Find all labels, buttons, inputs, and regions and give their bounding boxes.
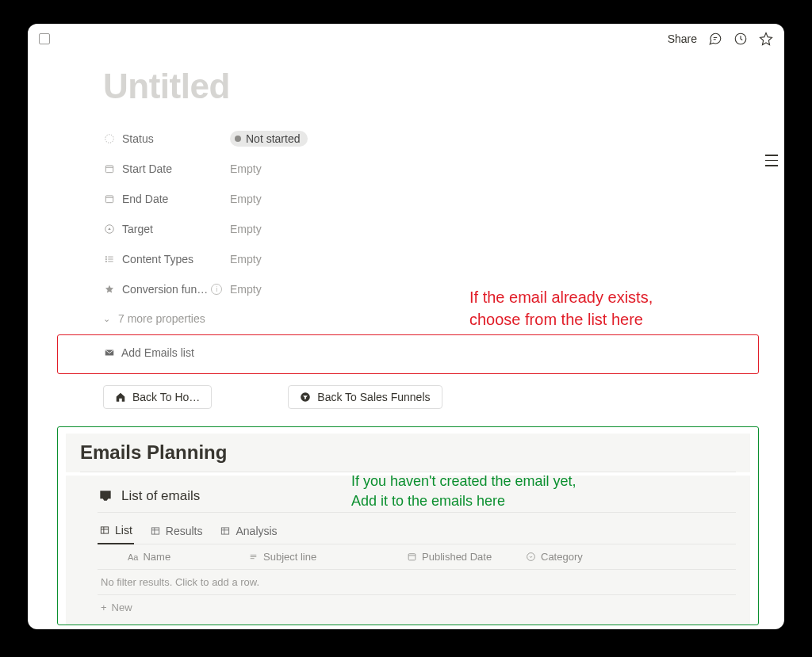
column-label: Subject line [263,551,316,563]
page-icon[interactable] [39,33,50,44]
table-icon [220,525,231,537]
calendar-icon [103,162,116,175]
back-to-sales-funnels-button[interactable]: Back To Sales Funnels [288,385,442,409]
tab-analysis[interactable]: Analysis [218,524,278,544]
column-header-subject[interactable]: Subject line [248,551,407,563]
tab-label: List [115,524,132,537]
table-icon [99,525,110,536]
button-label: Back To Sales Funnels [317,391,430,403]
property-value[interactable]: Empty [230,283,262,296]
add-emails-label: Add Emails list [121,346,194,359]
empty-table-row[interactable]: No filter results. Click to add a row. [98,570,736,595]
app-window: Share Untitled Status [28,24,784,629]
svg-point-14 [105,261,106,262]
page-title[interactable]: Untitled [103,67,713,106]
new-row-button[interactable]: + New [98,595,736,620]
column-label: Name [143,551,170,563]
table-icon [150,525,161,537]
tab-list[interactable]: List [98,524,134,544]
button-label: Back To Ho… [132,391,200,403]
property-label-text: Start Date [122,162,172,175]
tab-label: Results [166,525,203,537]
favorite-icon[interactable] [759,32,773,46]
updates-icon[interactable] [733,32,748,46]
annotation-line: If the email already exists, [469,286,755,308]
annotation-line: If you haven't created the email yet, [351,472,576,491]
more-properties-text: 7 more properties [118,312,205,325]
status-pill: Not started [230,131,308,147]
page-outline-handle[interactable] [765,155,778,166]
calendar-icon [407,552,417,562]
property-label[interactable]: End Date [103,193,230,205]
properties-list: Status Not started Start Date Empt [103,125,713,303]
svg-rect-4 [105,166,113,173]
highlight-emails-planning: If you haven't created the email yet, Ad… [57,426,759,625]
emails-planning-block: Emails Planning [66,434,750,472]
property-label[interactable]: Conversion fun… i [103,283,230,296]
status-text: Not started [246,132,300,145]
property-value[interactable]: Empty [230,223,262,235]
list-icon [103,253,116,265]
star-icon [103,283,116,296]
property-label-text: Content Types [122,253,193,265]
highlight-add-emails: If the email already exists, choose from… [57,334,759,374]
column-label: Published Date [422,551,492,563]
new-row-label: New [112,602,132,613]
tab-results[interactable]: Results [148,524,205,544]
property-row-start-date: Start Date Empty [103,155,713,182]
property-label-text: Status [122,132,154,145]
property-label[interactable]: Target [103,223,230,235]
property-row-status: Status Not started [103,125,713,152]
status-dot [235,136,241,142]
annotation-existing-email: If the email already exists, choose from… [469,286,755,330]
svg-point-3 [105,135,114,143]
inbox-icon [98,488,113,504]
property-value[interactable]: Empty [230,193,262,205]
annotation-new-email: If you haven't created the email yet, Ad… [351,472,576,511]
property-row-content-types: Content Types Empty [103,246,713,273]
back-to-home-button[interactable]: Back To Ho… [103,385,212,409]
svg-rect-28 [408,554,416,560]
property-row-end-date: End Date Empty [103,185,713,212]
table-header-row: Aa Name Subject line Published Date Cate… [98,544,736,570]
envelope-icon [104,347,115,358]
page-content: Untitled Status Not started [28,51,784,629]
property-label[interactable]: Content Types [103,253,230,265]
topbar: Share [28,24,784,51]
plus-icon: + [101,602,107,613]
property-label-text: Target [122,223,153,235]
nav-buttons-row: Back To Ho… Back To Sales Funnels [103,385,713,409]
svg-point-12 [105,257,106,258]
svg-rect-22 [222,527,229,533]
property-label-text: Conversion fun… [122,283,208,296]
svg-point-30 [527,553,535,561]
property-row-target: Target Empty [103,216,713,243]
property-value[interactable]: Empty [230,253,262,265]
column-header-published[interactable]: Published Date [407,551,526,563]
emails-planning-heading: Emails Planning [80,441,736,472]
comments-icon[interactable] [708,32,722,46]
status-icon [103,132,116,145]
property-label[interactable]: Status [103,132,230,145]
annotation-line: choose from the list here [469,308,755,330]
svg-rect-16 [101,527,108,533]
property-value[interactable]: Not started [230,131,308,147]
svg-rect-19 [151,527,159,533]
property-value[interactable]: Empty [230,162,262,175]
home-icon [115,392,126,403]
lines-icon [248,552,259,562]
property-label[interactable]: Start Date [103,162,230,175]
column-label: Category [541,551,583,563]
tab-label: Analysis [236,525,277,537]
target-icon [103,223,116,235]
share-button[interactable]: Share [668,32,697,45]
text-icon: Aa [128,552,138,562]
svg-rect-6 [105,196,113,203]
column-header-category[interactable]: Category [526,551,613,563]
list-title-text: List of emails [121,488,200,504]
column-header-name[interactable]: Aa Name [128,551,248,563]
info-icon[interactable]: i [211,284,222,295]
chevron-down-icon: ⌄ [103,314,110,324]
add-emails-list-button[interactable]: Add Emails list [104,346,712,359]
database-views-tabs: List Results Analysis [98,524,736,544]
